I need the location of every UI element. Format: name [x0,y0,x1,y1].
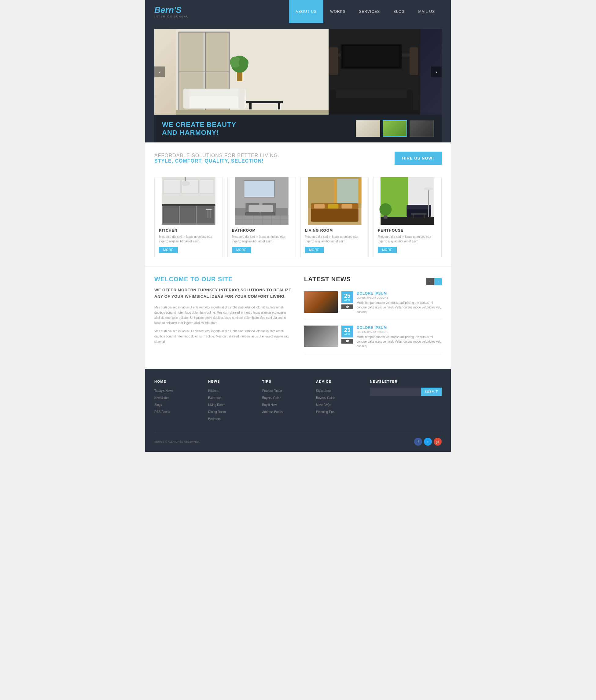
svg-rect-78 [407,205,431,209]
svg-rect-55 [235,216,288,225]
social-twitter-btn[interactable]: t [424,438,432,446]
footer-link[interactable]: Most FAQs [316,403,331,406]
list-item: Today's News [154,388,202,393]
news-img-1 [304,291,338,313]
footer-link[interactable]: Style Ideas [316,389,331,393]
news-title-1[interactable]: DOLORE IPSUM [357,291,442,296]
service-body-penthouse: PENTHOUSE Mes curti dia sed in lacus ut … [373,225,441,257]
newsletter-email-input[interactable] [370,388,421,396]
footer-col-news: NEWS Kitchen Bathroom Living Room Dining… [208,380,256,423]
service-body-bathroom: BATHROOM Mes curti dia sed in lacus ut e… [228,225,296,257]
slider: ‹ [154,29,442,143]
slider-thumb-3[interactable] [409,120,434,137]
footer-links-news: Kitchen Bathroom Living Room Dining Room… [208,388,256,421]
news-prev-btn[interactable]: ‹ [426,278,434,285]
svg-rect-33 [163,180,180,194]
service-desc-bathroom: Mes curti dia sed in lacus ut enlsec eto… [232,234,291,244]
footer-link[interactable]: Bedroom [208,417,221,421]
newsletter-form: SUBMIT [370,388,442,396]
footer-link[interactable]: Blogs [154,403,162,406]
footer-link[interactable]: Bathroom [208,396,221,400]
footer-link[interactable]: Dining Room [208,410,226,414]
news-date-col-1: 25 APR 💬 [341,291,353,314]
footer-link[interactable]: Buyers' Guide [262,396,281,400]
hero-room-scene [154,29,442,115]
svg-rect-15 [249,103,251,109]
list-item: Product Finder [262,388,310,393]
slider-thumb-2[interactable] [383,120,407,137]
tagline-section: AFFORDABLE SOLUTIONS FOR BETTER LIVING. … [145,143,451,174]
service-card-bathroom: BATHROOM Mes curti dia sed in lacus ut e… [227,177,296,257]
services-section: KITCHEN Mes curti dia sed in lacus ut en… [145,174,451,266]
more-btn-penthouse[interactable]: MORE [378,247,397,253]
service-card-penthouse: PENTHOUSE Mes curti dia sed in lacus ut … [373,177,442,257]
service-desc-living: Mes curti dia sed in lacus ut enlsec eto… [305,234,364,244]
news-content-1: DOLORE IPSUM LOREM IPSUM DOLORE Morbi te… [357,291,442,314]
svg-rect-66 [358,179,361,203]
footer-link[interactable]: Address Books [262,410,283,414]
svg-rect-21 [343,46,399,67]
footer-heading-home: HOME [154,380,202,383]
hire-us-button[interactable]: HIRE US NOW! [395,152,442,165]
footer-link[interactable]: Newsletter [154,396,169,400]
svg-rect-27 [406,90,413,111]
footer-link[interactable]: Planning Tips [316,410,334,414]
hero-section: ‹ [145,23,451,143]
welcome-body-2: Mes curti dia sed in lacus ut enlsaect e… [154,329,292,344]
news-subtitle-2: LOREM IPSUM DOLORE [357,330,442,333]
social-googleplus-btn[interactable]: g+ [434,438,442,446]
caption-text-block: WE CREATE BEAUTY AND HARMONY! [162,121,236,136]
header: Bern'S INTERIOR BUREAU ABOUT US WORKS SE… [145,0,451,23]
nav-item-blog[interactable]: BLOG [387,0,412,23]
footer-copyright-text: © ALLRIGHTS RESERVED. [165,440,200,443]
footer-link[interactable]: Kitchen [208,389,218,393]
svg-rect-29 [328,110,420,115]
footer-col-home: HOME Today's News Newsletter Blogs RSS F… [154,380,202,423]
list-item: Most FAQs [316,402,364,407]
footer-link[interactable]: Today's News [154,389,173,393]
footer: HOME Today's News Newsletter Blogs RSS F… [145,369,451,452]
svg-rect-83 [424,215,425,218]
service-img-penthouse [373,177,441,225]
footer-link[interactable]: Buyers' Guide [316,396,335,400]
caption-title-blue: AND HARMONY! [162,129,219,136]
news-month-2: APR [344,333,350,335]
social-facebook-btn[interactable]: f [414,438,422,446]
footer-heading-tips: TIPS [262,380,310,383]
news-next-btn[interactable]: › [434,278,442,285]
footer-link[interactable]: Buy it Now [262,403,277,406]
logo-text[interactable]: Bern'S [154,5,189,15]
newsletter-submit-btn[interactable]: SUBMIT [421,388,442,396]
footer-brand: BERN'S [154,440,165,443]
news-subtitle-1: LOREM IPSUM DOLORE [357,296,442,299]
more-btn-kitchen[interactable]: MORE [159,247,178,253]
news-heading: LATEST NEWS [304,276,351,283]
news-item-2: 23 APR 💬 DOLORE IPSUM LOREM IPSUM DOLORE… [304,326,442,354]
kitchen-scene-svg [155,177,223,225]
slider-thumb-1[interactable] [356,120,380,137]
logo: Bern'S INTERIOR BUREAU [154,5,189,18]
nav-item-services[interactable]: SERVICES [352,0,387,23]
more-btn-living[interactable]: MORE [305,247,324,253]
slider-prev-arrow[interactable]: ‹ [154,67,165,77]
footer-link[interactable]: Product Finder [262,389,282,393]
welcome-col: WELCOME TO OUR SITE WE OFFER MODERN TURN… [154,276,292,360]
nav-item-about[interactable]: ABOUT US [289,0,323,23]
svg-rect-14 [246,101,283,103]
footer-link[interactable]: RSS Feeds [154,410,170,414]
news-day-2: 23 [344,327,350,333]
comment-bubble-1: 💬 [346,305,349,308]
news-title-2[interactable]: DOLORE IPSUM [357,326,442,330]
footer-bottom: BERN'S © ALLRIGHTS RESERVED. f t g+ [154,432,442,446]
svg-rect-70 [328,204,338,208]
slider-next-arrow[interactable]: › [431,67,442,77]
svg-rect-39 [197,206,214,223]
nav-item-works[interactable]: WORKS [323,0,352,23]
nav-item-mail[interactable]: MAIL US [412,0,442,23]
content-section: WELCOME TO OUR SITE WE OFFER MODERN TURN… [145,266,451,369]
svg-point-42 [181,181,190,186]
footer-link[interactable]: Living Room [208,403,225,406]
more-btn-bathroom[interactable]: MORE [232,247,251,253]
tagline-line2: STYLE, COMFORT, QUALITY, SELECTION! [154,158,280,164]
footer-links-home: Today's News Newsletter Blogs RSS Feeds [154,388,202,414]
